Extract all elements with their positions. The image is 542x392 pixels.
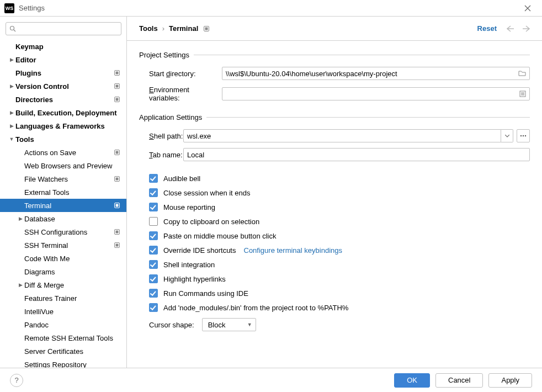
- sidebar-item-web-browsers-and-preview[interactable]: Web Browsers and Preview: [0, 159, 126, 172]
- sidebar-item-languages-frameworks[interactable]: ▶Languages & Frameworks: [0, 119, 126, 133]
- svg-rect-15: [116, 231, 119, 234]
- checkbox-label[interactable]: Audible bell: [163, 174, 200, 183]
- sidebar-item-label: Terminal: [24, 202, 113, 210]
- tab-name-field[interactable]: [183, 148, 530, 161]
- folder-icon[interactable]: [518, 70, 526, 77]
- checkbox[interactable]: [149, 303, 158, 312]
- checkbox-label[interactable]: Add 'node_modules/.bin' from the project…: [163, 304, 348, 312]
- sidebar-item-actions-on-save[interactable]: Actions on Save: [0, 146, 126, 159]
- project-scope-icon: [113, 241, 121, 249]
- sidebar-item-build-execution-deployment[interactable]: ▶Build, Execution, Deployment: [0, 106, 126, 119]
- cursor-shape-select[interactable]: Block ▼: [202, 318, 256, 331]
- sidebar-item-diff-merge[interactable]: ▶Diff & Merge: [0, 278, 126, 292]
- search-input-wrap[interactable]: [6, 22, 121, 35]
- sidebar-item-version-control[interactable]: ▶Version Control: [0, 80, 126, 93]
- cursor-shape-value: Block: [208, 321, 226, 329]
- expand-arrow-icon[interactable]: ▶: [17, 282, 24, 288]
- sidebar-item-settings-repository[interactable]: Settings Repository: [0, 358, 126, 368]
- svg-rect-5: [116, 85, 119, 88]
- sidebar-item-terminal[interactable]: Terminal: [0, 199, 126, 212]
- sidebar-item-label: Version Control: [15, 82, 113, 91]
- checkbox[interactable]: [149, 289, 158, 298]
- reset-link[interactable]: Reset: [477, 24, 497, 33]
- env-vars-field[interactable]: [222, 87, 530, 100]
- sidebar-item-keymap[interactable]: Keymap: [0, 40, 126, 53]
- footer: ? OK Cancel Apply: [0, 368, 542, 392]
- sidebar-item-label: Web Browsers and Preview: [24, 162, 121, 170]
- sidebar-item-label: SSH Configurations: [24, 228, 113, 236]
- checkbox[interactable]: [149, 274, 158, 283]
- checkbox[interactable]: [149, 217, 158, 226]
- sidebar: Keymap▶EditorPlugins▶Version ControlDire…: [0, 17, 127, 368]
- svg-point-24: [520, 135, 522, 136]
- checkbox[interactable]: [149, 246, 158, 255]
- sidebar-item-features-trainer[interactable]: Features Trainer: [0, 292, 126, 305]
- sidebar-item-pandoc[interactable]: Pandoc: [0, 318, 126, 331]
- expand-arrow-icon[interactable]: ▶: [8, 83, 15, 89]
- chevron-right-icon: ›: [162, 24, 164, 33]
- tab-name-input[interactable]: [187, 151, 526, 159]
- checkbox-label[interactable]: Run Commands using IDE: [163, 289, 248, 298]
- checkbox[interactable]: [149, 203, 158, 211]
- titlebar: WS Settings: [0, 0, 542, 17]
- start-directory-field[interactable]: [222, 67, 530, 80]
- configure-keybindings-link[interactable]: Configure terminal keybindings: [244, 246, 342, 255]
- sidebar-item-label: Settings Repository: [24, 361, 121, 368]
- help-button[interactable]: ?: [10, 374, 23, 387]
- checkbox-label[interactable]: Close session when it ends: [163, 189, 251, 197]
- sidebar-item-ssh-configurations[interactable]: SSH Configurations: [0, 225, 126, 239]
- expand-arrow-icon[interactable]: ▼: [8, 136, 15, 142]
- sidebar-item-server-certificates[interactable]: Server Certificates: [0, 345, 126, 358]
- checkbox[interactable]: [149, 231, 158, 240]
- ok-button[interactable]: OK: [394, 373, 430, 388]
- sidebar-item-intellivue[interactable]: IntelliVue: [0, 305, 126, 318]
- forward-icon[interactable]: [522, 25, 530, 32]
- checkbox-label[interactable]: Mouse reporting: [163, 203, 215, 211]
- sidebar-item-code-with-me[interactable]: Code With Me: [0, 252, 126, 265]
- close-icon[interactable]: [524, 5, 538, 12]
- shell-path-input[interactable]: [187, 132, 497, 140]
- env-vars-input[interactable]: [226, 90, 516, 98]
- checkbox-label[interactable]: Highlight hyperlinks: [163, 275, 226, 283]
- sidebar-item-tools[interactable]: ▼Tools: [0, 133, 126, 146]
- sidebar-item-label: Diff & Merge: [24, 281, 121, 289]
- search-input[interactable]: [18, 25, 118, 33]
- project-scope-icon: [113, 69, 121, 77]
- checkbox-label[interactable]: Override IDE shortcuts: [163, 246, 236, 255]
- checkbox-row: Highlight hyperlinks: [149, 272, 530, 286]
- checkbox[interactable]: [149, 188, 158, 197]
- sidebar-item-file-watchers[interactable]: File Watchers: [0, 172, 126, 186]
- cancel-button[interactable]: Cancel: [435, 373, 483, 388]
- checkbox-label[interactable]: Paste on middle mouse button click: [163, 232, 277, 240]
- sidebar-item-plugins[interactable]: Plugins: [0, 66, 126, 80]
- browse-button[interactable]: [517, 129, 530, 142]
- expand-arrow-icon[interactable]: ▶: [17, 216, 24, 221]
- group-application-settings: Application Settings: [139, 113, 530, 121]
- checkbox-label[interactable]: Copy to clipboard on selection: [163, 218, 259, 226]
- checkbox-label[interactable]: Shell integration: [163, 261, 215, 269]
- checkbox-row: Audible bell: [149, 171, 530, 186]
- checkbox[interactable]: [149, 260, 158, 269]
- back-icon[interactable]: [507, 25, 514, 32]
- shell-path-dropdown[interactable]: [501, 129, 513, 142]
- expand-arrow-icon[interactable]: ▶: [8, 123, 15, 129]
- checkbox[interactable]: [149, 174, 158, 183]
- sidebar-item-database[interactable]: ▶Database: [0, 212, 126, 225]
- breadcrumb-root[interactable]: Tools: [139, 24, 158, 33]
- start-directory-input[interactable]: [226, 70, 515, 78]
- sidebar-item-editor[interactable]: ▶Editor: [0, 53, 126, 66]
- expand-arrow-icon[interactable]: ▶: [8, 57, 15, 62]
- sidebar-item-directories[interactable]: Directories: [0, 93, 126, 106]
- sidebar-item-ssh-terminal[interactable]: SSH Terminal: [0, 239, 126, 252]
- shell-path-field[interactable]: [183, 129, 501, 142]
- sidebar-item-label: Build, Execution, Deployment: [15, 109, 121, 117]
- list-icon[interactable]: [519, 91, 526, 97]
- sidebar-item-external-tools[interactable]: External Tools: [0, 186, 126, 199]
- expand-arrow-icon[interactable]: ▶: [8, 110, 15, 115]
- sidebar-item-diagrams[interactable]: Diagrams: [0, 265, 126, 278]
- sidebar-item-remote-ssh-external-tools[interactable]: Remote SSH External Tools: [0, 331, 126, 345]
- checkbox-row: Mouse reporting: [149, 200, 530, 214]
- project-scope-icon: [113, 96, 121, 103]
- sidebar-item-label: Directories: [15, 96, 113, 104]
- apply-button[interactable]: Apply: [488, 373, 532, 388]
